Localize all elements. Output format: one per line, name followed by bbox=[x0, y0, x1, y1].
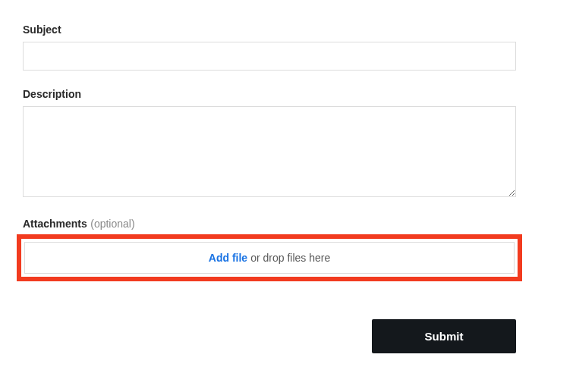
description-textarea[interactable] bbox=[23, 106, 516, 197]
submit-button[interactable]: Submit bbox=[372, 319, 516, 353]
form-container: Subject Description Attachments (optiona… bbox=[0, 0, 539, 376]
attachments-highlight: Add file or drop files here bbox=[17, 234, 522, 281]
attachments-group: Attachments (optional) Add file or drop … bbox=[23, 217, 516, 281]
subject-label: Subject bbox=[23, 24, 61, 36]
description-label: Description bbox=[23, 88, 81, 100]
attachments-optional: (optional) bbox=[90, 218, 134, 230]
subject-group: Subject bbox=[23, 23, 516, 71]
description-group: Description bbox=[23, 87, 516, 200]
drop-files-text: or drop files here bbox=[250, 252, 330, 264]
submit-row: Submit bbox=[23, 319, 516, 353]
subject-input[interactable] bbox=[23, 42, 516, 71]
attachments-label-row: Attachments (optional) bbox=[23, 217, 516, 236]
attachments-dropzone[interactable]: Add file or drop files here bbox=[24, 242, 515, 274]
add-file-link[interactable]: Add file bbox=[209, 252, 247, 264]
attachments-label: Attachments bbox=[23, 218, 87, 230]
